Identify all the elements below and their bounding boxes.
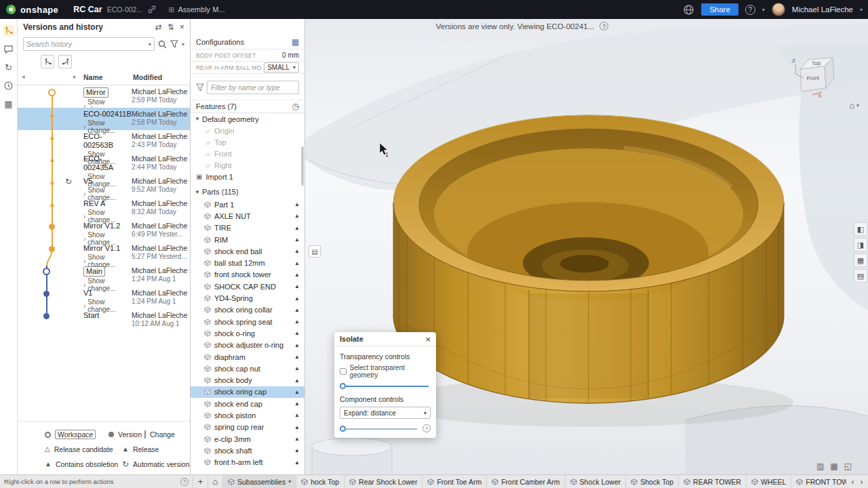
part-item[interactable]: e-clip 3mm ▲	[191, 433, 304, 445]
part-item[interactable]: shock end ball ▲	[191, 245, 304, 257]
part-item[interactable]: shock cap nut ▲	[191, 363, 304, 374]
configurations-table-icon[interactable]: ▦	[292, 37, 299, 47]
view-cube[interactable]: Top Front Z X	[787, 50, 849, 114]
default-geometry-node[interactable]: ▼ Default geometry	[191, 113, 304, 125]
part-item[interactable]: TIRE ▲	[191, 222, 304, 234]
document-tab[interactable]: FRONT TOWER ▾	[791, 475, 846, 488]
part-item[interactable]: Part 1 ▲	[191, 199, 304, 210]
document-tab[interactable]: Rear Shock Lower ▾	[344, 475, 422, 488]
collapse-graph-icon[interactable]: ◂	[22, 73, 25, 80]
version-row[interactable]: ↻ Mirror V1.2 › Show change... Michael L…	[18, 220, 190, 242]
part-item[interactable]: shock piston ▲	[191, 409, 304, 421]
chevron-down-icon[interactable]: ▼	[195, 116, 202, 122]
search-input[interactable]	[26, 40, 146, 48]
config-row[interactable]: REAR H-ARM BALL MO... SMALL ▾	[191, 62, 304, 74]
tabs-scroll-left-icon[interactable]: ‹	[850, 477, 856, 487]
onshape-brand[interactable]: onshape	[5, 4, 58, 15]
feature-list-toggle[interactable]: ▤	[309, 245, 321, 258]
restore-version-button[interactable]	[58, 55, 72, 68]
geometry-item[interactable]: ▱ Right	[191, 159, 304, 171]
close-icon[interactable]: ×	[425, 334, 431, 344]
document-tab[interactable]: WHEEL ▾	[747, 475, 791, 488]
isolate-tool-icon[interactable]: ▤	[854, 269, 867, 283]
share-button[interactable]: Share	[701, 3, 738, 16]
section-view-icon[interactable]: ◨	[854, 238, 867, 251]
print-3d-icon[interactable]: ◧	[854, 222, 867, 236]
version-row[interactable]: ↻ ECO-002435A › Show change... Michael L…	[18, 152, 190, 175]
document-tab[interactable]: hock Top ▾	[296, 475, 344, 488]
home-tab[interactable]: ⌂	[208, 475, 223, 488]
expand-distance-select[interactable]: Expand: distance ▾	[340, 407, 431, 419]
expand-distance-slider[interactable]	[340, 426, 419, 432]
part-item[interactable]: AXLE NUT ▲	[191, 210, 304, 222]
part-item[interactable]: shock oring collar ▲	[191, 304, 304, 316]
part-item[interactable]: shock spring seat ▲	[191, 316, 304, 327]
link-icon[interactable]	[147, 5, 157, 14]
history-rail-icon[interactable]	[3, 79, 15, 92]
search-icon[interactable]	[158, 40, 167, 49]
geometry-item[interactable]: ▱ Top	[191, 136, 304, 148]
slider-handle[interactable]	[340, 383, 346, 389]
expand-graph-icon[interactable]: ▸	[73, 73, 77, 80]
parts-node[interactable]: ▼ Parts (115)	[191, 185, 304, 199]
geometry-item[interactable]: ▱ Origin	[191, 125, 304, 136]
keyboard-shortcuts-icon[interactable]: ▥	[816, 462, 824, 471]
globe-icon[interactable]	[683, 4, 694, 16]
document-tab[interactable]: Front Camber Arm ▾	[487, 475, 565, 488]
export-graph-icon[interactable]: ⇅	[167, 22, 174, 32]
version-row[interactable]: ↻ ECO-002411B › Show change... Michael L…	[18, 108, 190, 130]
document-tab[interactable]: REAR TOWER ▾	[679, 475, 747, 488]
isolate-dialog-header[interactable]: Isolate ×	[334, 332, 436, 346]
features-filter-input[interactable]	[207, 81, 299, 94]
part-item[interactable]: shock body ▲	[191, 374, 304, 386]
import-node[interactable]: ▣ Import 1	[191, 171, 304, 182]
version-row[interactable]: ↻ V1 › Show change... Michael LaFleche 1…	[18, 287, 190, 309]
search-dropdown-caret-icon[interactable]: ▾	[149, 41, 151, 47]
named-views-icon[interactable]: ▦	[854, 253, 867, 267]
tabs-scroll-right-icon[interactable]: ›	[859, 477, 865, 487]
create-branch-button[interactable]	[41, 55, 54, 68]
part-item[interactable]: shock shaft ▲	[191, 445, 304, 456]
version-row[interactable]: ↻ V5 › Show change... Michael LaFleche 9…	[18, 175, 190, 197]
part-item[interactable]: ball stud 12mm ▲	[191, 257, 304, 268]
part-item[interactable]: shock oring cap ▲	[191, 386, 304, 398]
graphics-viewport[interactable]: 1 Versions are view only. Viewing ECO-00…	[305, 19, 868, 474]
view-orientation-button[interactable]: ⌂▾	[849, 100, 859, 110]
select-transparent-checkbox[interactable]: Select transparent geometry	[340, 364, 431, 379]
active-tab-chip[interactable]: ⊞ Assembly M...	[168, 5, 224, 14]
isolate-help-icon[interactable]: ?	[422, 424, 431, 432]
user-avatar[interactable]	[772, 3, 785, 16]
version-row[interactable]: ↻ Start › Michael LaFleche 10:12 AM Aug …	[18, 309, 190, 331]
follow-rail-icon[interactable]: ↻	[3, 61, 15, 73]
version-row[interactable]: ↻ Mirror V1.1 › Show change... Michael L…	[18, 242, 190, 264]
status-help-icon[interactable]: ?	[180, 478, 189, 486]
version-row[interactable]: ↻ REV A › Show change... Michael LaFlech…	[18, 197, 190, 220]
view-modes-icon[interactable]: ▦	[830, 462, 837, 471]
config-value[interactable]: 0 mm ▾	[282, 52, 299, 59]
config-value[interactable]: SMALL ▾	[264, 62, 299, 73]
close-panel-icon[interactable]: ×	[180, 22, 184, 32]
version-row[interactable]: ↻ Main › Show change... Michael LaFleche…	[18, 264, 190, 287]
chevron-down-icon[interactable]: ▼	[195, 189, 202, 195]
filter-icon[interactable]	[170, 40, 178, 48]
part-item[interactable]: front h-arm left ▲	[191, 457, 304, 468]
document-tab[interactable]: Shock Top ▾	[626, 475, 679, 488]
help-menu-icon[interactable]: ?	[745, 5, 755, 15]
geometry-item[interactable]: ▱ Front	[191, 148, 304, 159]
compare-versions-icon[interactable]: ⇄	[155, 22, 162, 32]
part-item[interactable]: shock o-ring ▲	[191, 327, 304, 339]
user-menu-caret-icon[interactable]: ▾	[860, 7, 863, 13]
features-scrollbar[interactable]	[301, 146, 304, 186]
part-item[interactable]: spring cup rear ▲	[191, 422, 304, 433]
comments-rail-icon[interactable]	[3, 43, 15, 55]
rollback-history-icon[interactable]: ◷	[292, 102, 299, 111]
part-item[interactable]: shock adjuster o-ring ▲	[191, 340, 304, 351]
add-tab-button[interactable]: +	[193, 475, 208, 488]
versions-history-rail-icon[interactable]	[3, 24, 15, 37]
version-row[interactable]: ↻ ECO-002563B › Show change... Michael L…	[18, 130, 190, 152]
part-item[interactable]: YD4-Spring ▲	[191, 292, 304, 304]
part-item[interactable]: front shock tower ▲	[191, 269, 304, 281]
config-row[interactable]: BODY POST OFFSET 0 mm ▾	[191, 49, 304, 62]
transparency-slider[interactable]	[340, 383, 431, 390]
slider-handle[interactable]	[340, 426, 346, 432]
